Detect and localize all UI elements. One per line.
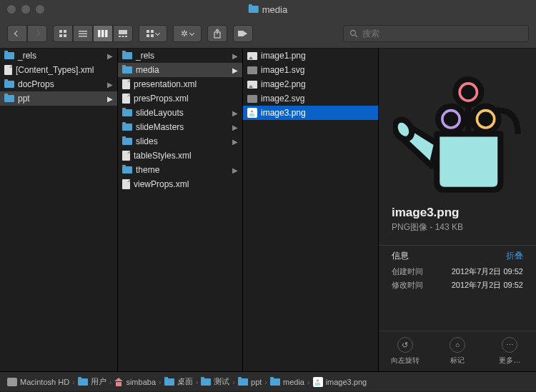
- svg-point-27: [464, 87, 473, 96]
- forward-button[interactable]: [27, 25, 47, 42]
- titlebar: media: [0, 0, 536, 19]
- list-item[interactable]: image2.png: [243, 77, 378, 91]
- list-item[interactable]: _rels▶: [118, 49, 242, 63]
- view-list-button[interactable]: [73, 25, 93, 42]
- window-title: media: [249, 4, 287, 15]
- list-item[interactable]: theme▶: [118, 163, 242, 177]
- grid-small-icon: [147, 30, 154, 37]
- path-label: simbaba: [126, 378, 156, 386]
- zoom-window-button[interactable]: [36, 5, 44, 14]
- path-label: ppt: [251, 378, 262, 386]
- arrange-button[interactable]: [139, 25, 167, 42]
- close-window-button[interactable]: [7, 5, 16, 14]
- tag-icon: ○: [450, 337, 465, 353]
- arrange-group: [139, 25, 167, 42]
- list-item[interactable]: ppt▶: [0, 91, 117, 106]
- svg-rect-15: [151, 30, 154, 33]
- action-rotate-left[interactable]: ↺向左旋转: [379, 337, 431, 366]
- watering-can-image: [393, 60, 522, 195]
- list-item[interactable]: slideLayouts▶: [118, 106, 242, 120]
- svg-rect-16: [147, 34, 149, 37]
- list-item[interactable]: image3.png: [243, 106, 378, 120]
- chevron-right-icon: ▶: [232, 52, 238, 60]
- view-mode-group: [53, 25, 133, 42]
- action-tag[interactable]: ○标记: [431, 337, 483, 366]
- path-segment[interactable]: 桌面: [164, 376, 193, 387]
- folder-icon: [4, 52, 14, 59]
- toolbar: ✲: [0, 19, 536, 49]
- list-item[interactable]: viewProps.xml: [118, 177, 242, 191]
- image-thumb-icon: [313, 377, 323, 387]
- quick-actions: ↺向左旋转○标记⋯更多…: [379, 331, 536, 371]
- list-item[interactable]: presProps.xml: [118, 91, 242, 106]
- action-more[interactable]: ⋯更多…: [484, 337, 536, 366]
- chevron-right-icon: ▶: [232, 124, 238, 131]
- svg-rect-8: [101, 30, 104, 37]
- svg-rect-4: [79, 31, 87, 32]
- list-item[interactable]: media▶: [118, 63, 242, 77]
- column-2[interactable]: _rels▶media▶presentation.xmlpresProps.xm…: [118, 49, 243, 371]
- path-segment[interactable]: media: [270, 378, 304, 386]
- svg-line-21: [355, 35, 357, 37]
- path-separator: ›: [196, 378, 199, 386]
- svg-rect-7: [98, 30, 101, 37]
- svg-point-20: [351, 30, 356, 35]
- chevron-left-icon: [14, 30, 20, 36]
- list-item[interactable]: slideMasters▶: [118, 120, 242, 134]
- file-icon: [122, 179, 130, 189]
- svg-point-29: [447, 114, 456, 124]
- path-separator: ›: [264, 378, 267, 386]
- folder-icon: [122, 52, 132, 59]
- path-segment[interactable]: 用户: [78, 376, 106, 387]
- action-menu-button[interactable]: ✲: [173, 25, 202, 42]
- folder-icon: [122, 66, 132, 74]
- nav-group: [7, 25, 47, 42]
- path-label: media: [283, 378, 304, 386]
- path-bar[interactable]: Macintosh HD›用户›simbaba›桌面›测试›ppt›media›…: [0, 371, 536, 391]
- search-input[interactable]: [362, 29, 522, 39]
- view-columns-button[interactable]: [93, 25, 113, 42]
- svg-rect-17: [151, 34, 154, 37]
- tags-button[interactable]: [233, 25, 253, 42]
- list-item[interactable]: slides▶: [118, 134, 242, 149]
- grid-icon: [59, 29, 67, 38]
- share-button[interactable]: [207, 25, 227, 42]
- item-label: presentation.xml: [134, 79, 197, 89]
- folder-icon: [78, 378, 88, 386]
- list-item[interactable]: _rels▶: [0, 49, 117, 63]
- list-item[interactable]: image1.svg: [243, 63, 378, 77]
- view-icons-button[interactable]: [53, 25, 73, 42]
- column-3[interactable]: image1.pngimage1.svgimage2.pngimage2.svg…: [243, 49, 379, 371]
- item-label: image1.svg: [261, 65, 304, 75]
- folder-icon: [122, 166, 132, 174]
- back-button[interactable]: [7, 25, 27, 42]
- collapse-link[interactable]: 折叠: [506, 250, 523, 262]
- chevron-right-icon: ▶: [107, 95, 113, 103]
- image-icon: [247, 81, 257, 89]
- list-item[interactable]: docProps▶: [0, 77, 117, 91]
- list-item[interactable]: image1.png: [243, 49, 378, 63]
- list-item[interactable]: [Content_Types].xml: [0, 63, 117, 77]
- path-label: 测试: [214, 376, 229, 387]
- list-item[interactable]: tableStyles.xml: [118, 149, 242, 163]
- view-gallery-button[interactable]: [113, 25, 133, 42]
- list-item[interactable]: image2.svg: [243, 91, 378, 106]
- path-segment[interactable]: image3.png: [313, 377, 367, 387]
- path-segment[interactable]: 测试: [201, 376, 229, 387]
- window-title-text: media: [262, 4, 287, 15]
- item-label: image2.svg: [261, 94, 304, 104]
- path-segment[interactable]: Macintosh HD: [7, 378, 69, 386]
- minimize-window-button[interactable]: [21, 5, 30, 14]
- search-field[interactable]: [343, 25, 529, 42]
- item-label: viewProps.xml: [134, 179, 189, 189]
- path-segment[interactable]: ppt: [238, 378, 262, 386]
- path-segment[interactable]: simbaba: [114, 378, 156, 386]
- chevron-down-icon: [155, 31, 160, 36]
- tag-icon: [237, 29, 249, 38]
- svg-rect-10: [119, 30, 127, 34]
- list-item[interactable]: presentation.xml: [118, 77, 242, 91]
- path-separator: ›: [307, 378, 310, 386]
- chevron-right-icon: ▶: [232, 66, 238, 74]
- item-label: _rels: [18, 51, 36, 61]
- column-1[interactable]: _rels▶[Content_Types].xmldocProps▶ppt▶: [0, 49, 118, 371]
